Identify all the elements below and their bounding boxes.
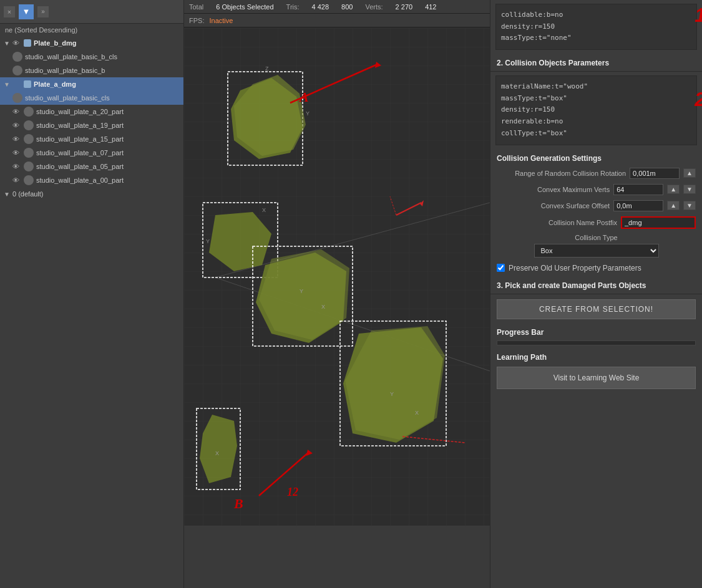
tree-item-a20[interactable]: 👁 studio_wall_plate_a_20_part (0, 105, 183, 118)
svg-text:Y: Y (206, 238, 210, 244)
tree-item-basic-cls[interactable]: studio_wall_plate_basic_cls (0, 91, 183, 105)
viewport[interactable]: Total 6 Objects Selected Tris: 4 428 800… (184, 0, 490, 526)
total-label: Total (189, 3, 203, 11)
tree-group-plate-b-dmg[interactable]: ▼ 👁 Plate_b_dmg (0, 36, 183, 50)
verts-label: Verts: (365, 3, 383, 11)
svg-text:Y: Y (390, 391, 394, 397)
tree-item-a07[interactable]: 👁 studio_wall_plate_a_07_part (0, 146, 183, 160)
convex-surface-label: Convex Surface Offset (497, 202, 610, 210)
collision-type-select[interactable]: Box Sphere Capsule Convex Mesh (534, 244, 659, 258)
svg-text:X: X (215, 450, 219, 456)
range-label: Range of Random Collision Rotation (497, 170, 626, 177)
learning-path-label: Learning Path (490, 348, 702, 364)
eye-icon: 👁 (12, 176, 22, 184)
svg-text:X: X (262, 207, 266, 213)
grid-area[interactable]: Z Y X Y Y X (184, 27, 490, 526)
tree-item-a19[interactable]: 👁 studio_wall_plate_a_19_part (0, 118, 183, 132)
verts-total: 2 270 (396, 3, 413, 11)
range-spinner-up[interactable]: ▲ (683, 168, 696, 178)
svg-text:X: X (321, 304, 325, 310)
eye-icon: 👁 (12, 163, 22, 170)
properties-box-2: materialName:t="wood" massType:t="box" d… (495, 75, 697, 145)
right-panel: collidable:b=no density:r=150 massType:t… (490, 0, 702, 588)
visibility-icon: 👁 (12, 39, 22, 47)
convex-surface-spinner-up[interactable]: ▲ (667, 201, 680, 210)
item-label: studio_wall_plate_a_15_part (36, 135, 124, 143)
eye-icon: 👁 (12, 135, 22, 143)
convex-surface-spinner-dn[interactable]: ▼ (683, 201, 696, 210)
fps-label: FPS: (189, 17, 204, 24)
create-button[interactable]: CREATE FROM SELECTION! (497, 299, 696, 319)
item-icon (12, 52, 22, 62)
item-icon (24, 107, 34, 117)
convex-max-label: Convex Maximum Verts (497, 186, 610, 193)
viewport-header: Total 6 Objects Selected Tris: 4 428 800… (184, 0, 490, 14)
tree-arrow: ▼ (4, 81, 12, 88)
tree-item-cls-b[interactable]: studio_wall_plate_basic_b_cls (0, 50, 183, 64)
convex-max-spinner-dn[interactable]: ▼ (683, 185, 696, 194)
group-icon (24, 80, 31, 88)
prop-colltype: collType:t="box" (501, 128, 691, 140)
group-icon (24, 39, 31, 47)
default-item[interactable]: ▼ 0 (default) (0, 187, 183, 201)
tris-selected: 800 (341, 3, 353, 11)
prop-masstype: massType:t="none" (501, 32, 691, 44)
tree-item-a00[interactable]: 👁 studio_wall_plate_a_00_part (0, 173, 183, 187)
section3-header: 3. Pick and create Damaged Parts Objects (490, 276, 702, 294)
item-icon (24, 134, 34, 144)
collision-type-row: Collision Type Box Sphere Capsule Convex… (490, 231, 702, 260)
tree-item-basic-b[interactable]: studio_wall_plate_basic_b (0, 64, 183, 77)
close-button[interactable]: × (4, 6, 15, 17)
convex-surface-input[interactable] (613, 200, 663, 211)
tree-item-a05[interactable]: 👁 studio_wall_plate_a_05_part (0, 160, 183, 173)
default-label: 0 (default) (12, 190, 44, 198)
tree-arrow: ▼ (4, 191, 12, 198)
item-label: studio_wall_plate_a_07_part (36, 149, 124, 157)
panel-header: × ▼ » (0, 0, 183, 24)
fps-status: Inactive (209, 17, 233, 24)
prop-density2: density:r=150 (501, 104, 691, 116)
svg-text:Y: Y (306, 110, 310, 117)
section2-header: 2. Collision Objects Parameters (490, 54, 702, 72)
group-label-a: Plate_a_dmg (34, 80, 76, 88)
tris-label: Tris: (286, 3, 300, 11)
progress-bar (497, 340, 696, 345)
convex-max-spinner-up[interactable]: ▲ (667, 185, 680, 194)
prop-collidable: collidable:b=no (501, 9, 691, 21)
tree-group-plate-a-dmg[interactable]: ▼ Plate_a_dmg (0, 77, 183, 91)
verts-selected: 412 (425, 3, 436, 11)
item-icon (24, 175, 34, 185)
sort-title: ne (Sorted Descending) (0, 24, 183, 36)
item-icon (12, 65, 22, 75)
svg-text:X: X (415, 410, 419, 416)
convex-max-row: Convex Maximum Verts ▲ ▼ 4 (490, 181, 702, 198)
preserve-checkbox[interactable] (497, 264, 505, 272)
convex-max-input[interactable] (613, 184, 663, 195)
name-postfix-input[interactable] (621, 216, 696, 229)
collision-type-label: Collision Type (575, 234, 617, 241)
preserve-checkbox-row: 8 Preserve Old User Property Parameters (490, 260, 702, 276)
item-label: studio_wall_plate_basic_b (25, 67, 105, 74)
item-icon (24, 161, 34, 171)
fps-bar: FPS: Inactive (184, 14, 490, 27)
total-value: 6 Objects Selected (216, 3, 273, 11)
tree-item-a15[interactable]: 👁 studio_wall_plate_a_15_part (0, 132, 183, 146)
svg-text:A: A (298, 89, 309, 105)
expand-button[interactable]: » (37, 6, 49, 17)
filter-button[interactable]: ▼ (19, 4, 34, 19)
svg-text:12: 12 (287, 486, 298, 498)
item-icon (12, 93, 22, 103)
item-label: studio_wall_plate_basic_b_cls (25, 53, 117, 60)
visit-button[interactable]: Visit to Learning Web Site (497, 367, 696, 389)
collision-gen-title: Collision Generation Settings (490, 149, 702, 165)
item-icon (24, 148, 34, 158)
convex-surface-row: Convex Surface Offset ▲ ▼ 5 (490, 198, 702, 214)
range-input[interactable] (630, 168, 680, 179)
eye-icon: 👁 (12, 122, 22, 129)
properties-box-1: collidable:b=no density:r=150 massType:t… (495, 4, 697, 50)
preserve-label: Preserve Old User Property Parameters (509, 264, 641, 272)
name-postfix-label: Collision Name Postfix (497, 219, 617, 226)
svg-text:B: B (233, 496, 243, 511)
svg-text:Y: Y (300, 288, 303, 294)
item-label: studio_wall_plate_a_00_part (36, 176, 124, 184)
